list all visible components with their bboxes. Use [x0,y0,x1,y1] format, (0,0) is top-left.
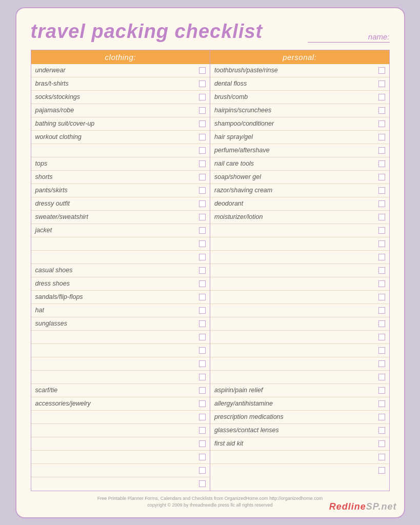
list-item [210,357,389,371]
item-label: nail care tools [214,160,254,167]
item-label: casual shoes [35,267,73,274]
checkbox[interactable] [378,267,385,274]
checkbox[interactable] [378,187,385,194]
checkbox[interactable] [378,67,385,74]
checkbox[interactable] [199,187,206,194]
checkbox[interactable] [378,414,385,420]
item-label: socks/stockings [35,93,81,100]
checkbox[interactable] [378,440,385,447]
checkbox[interactable] [199,214,206,220]
checkbox[interactable] [199,427,206,434]
item-label: dental floss [214,80,247,87]
checkbox[interactable] [378,467,385,474]
checkbox[interactable] [199,334,206,340]
checkbox[interactable] [199,387,206,394]
checkbox[interactable] [199,174,206,180]
checkbox[interactable] [199,480,206,487]
item-label: dressy outfit [35,200,70,207]
list-item: razor/shaving cream [210,184,389,197]
name-field: name: [308,32,390,43]
checkbox[interactable] [378,227,385,234]
checkbox[interactable] [199,134,206,140]
list-item [210,224,389,237]
item-label: hair spray/gel [214,133,253,140]
list-item: bras/t-shirts [31,77,210,91]
checkbox[interactable] [378,320,385,327]
list-item: accessories/jewelry [31,397,210,411]
name-line[interactable] [308,42,390,43]
checkbox[interactable] [199,94,206,100]
checkbox[interactable] [378,174,385,180]
checkbox[interactable] [199,440,206,447]
checkbox[interactable] [199,294,206,300]
list-item: hat [31,304,210,317]
checkbox[interactable] [378,240,385,247]
checkbox[interactable] [199,374,206,380]
checkbox[interactable] [199,454,206,460]
checkbox[interactable] [378,400,385,407]
watermark: RedlineSP.net [329,501,397,512]
checkbox[interactable] [378,254,385,260]
list-item: first aid kit [210,437,389,451]
checkbox[interactable] [378,200,385,207]
checkbox[interactable] [199,147,206,154]
list-item [31,424,210,437]
list-item [31,344,210,357]
checkbox[interactable] [378,360,385,367]
list-item: hair spray/gel [210,131,389,144]
list-item: dress shoes [31,277,210,291]
checkbox[interactable] [378,294,385,300]
checkbox[interactable] [199,80,206,87]
checkbox[interactable] [378,160,385,167]
list-item: sunglasses [31,317,210,331]
checkbox[interactable] [199,107,206,114]
list-item: allergy/antihistamine [210,397,389,411]
checkbox[interactable] [378,347,385,354]
item-label: toothbrush/paste/rinse [214,67,278,74]
item-label: moisturizer/lotion [214,213,263,220]
checkbox[interactable] [378,214,385,220]
checkbox[interactable] [378,427,385,434]
list-item [210,464,389,477]
list-item [210,264,389,277]
checkbox[interactable] [199,307,206,314]
checkbox[interactable] [378,334,385,340]
checkbox[interactable] [199,414,206,420]
clothing-header: clothing: [31,50,210,64]
checkbox[interactable] [199,267,206,274]
checkbox[interactable] [378,454,385,460]
checkbox[interactable] [199,467,206,474]
checkbox[interactable] [378,147,385,154]
item-label: workout clothing [35,133,82,140]
list-item: dressy outfit [31,197,210,211]
checkbox[interactable] [199,360,206,367]
checkbox[interactable] [199,400,206,407]
checkbox[interactable] [378,94,385,100]
checkbox[interactable] [199,320,206,327]
list-item: pants/skirts [31,184,210,197]
checkbox[interactable] [378,374,385,380]
checkbox[interactable] [199,240,206,247]
list-item: pajamas/robe [31,104,210,117]
checkbox[interactable] [199,280,206,287]
list-item [210,237,389,251]
checkbox[interactable] [199,347,206,354]
item-label: deodorant [214,200,243,207]
checkbox[interactable] [378,80,385,87]
item-label: scarf/tie [35,387,58,394]
list-item: tops [31,157,210,171]
checkbox[interactable] [199,254,206,260]
checkbox[interactable] [378,387,385,394]
checkbox[interactable] [378,134,385,140]
checkbox[interactable] [378,280,385,287]
checkbox[interactable] [378,107,385,114]
checkbox[interactable] [199,120,206,127]
checkbox[interactable] [199,67,206,74]
checkbox[interactable] [378,307,385,314]
checkbox[interactable] [378,120,385,127]
checkbox[interactable] [199,160,206,167]
item-label: underwear [35,67,66,74]
list-item [31,144,210,157]
checkbox[interactable] [199,227,206,234]
checkbox[interactable] [199,200,206,207]
